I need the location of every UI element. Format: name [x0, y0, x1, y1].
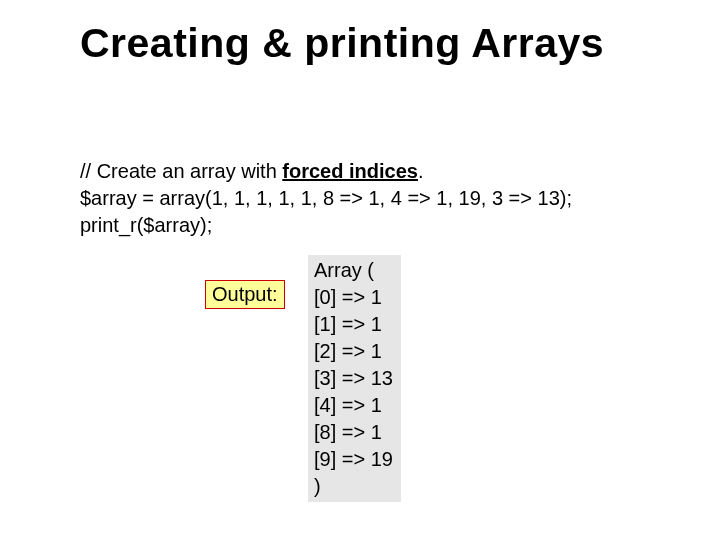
output-line: [9] => 19: [314, 446, 393, 473]
code-line-1: // Create an array with forced indices.: [80, 158, 572, 185]
output-line: [3] => 13: [314, 365, 393, 392]
code-line-2: $array = array(1, 1, 1, 1, 1, 8 => 1, 4 …: [80, 185, 572, 212]
output-line: [8] => 1: [314, 419, 393, 446]
output-line: Array (: [314, 257, 393, 284]
output-line: [1] => 1: [314, 311, 393, 338]
code-line-3: print_r($array);: [80, 212, 572, 239]
comment-suffix: .: [418, 160, 424, 182]
comment-prefix: // Create an array with: [80, 160, 282, 182]
slide: Creating & printing Arrays // Create an …: [0, 0, 720, 540]
output-line: [2] => 1: [314, 338, 393, 365]
output-line: [0] => 1: [314, 284, 393, 311]
comment-forced: forced indices: [282, 160, 418, 182]
output-line: [4] => 1: [314, 392, 393, 419]
code-block: // Create an array with forced indices. …: [80, 158, 572, 239]
output-line: ): [314, 473, 393, 500]
slide-title: Creating & printing Arrays: [80, 20, 604, 67]
output-box: Array ( [0] => 1 [1] => 1 [2] => 1 [3] =…: [308, 255, 401, 502]
output-label: Output:: [205, 280, 285, 309]
